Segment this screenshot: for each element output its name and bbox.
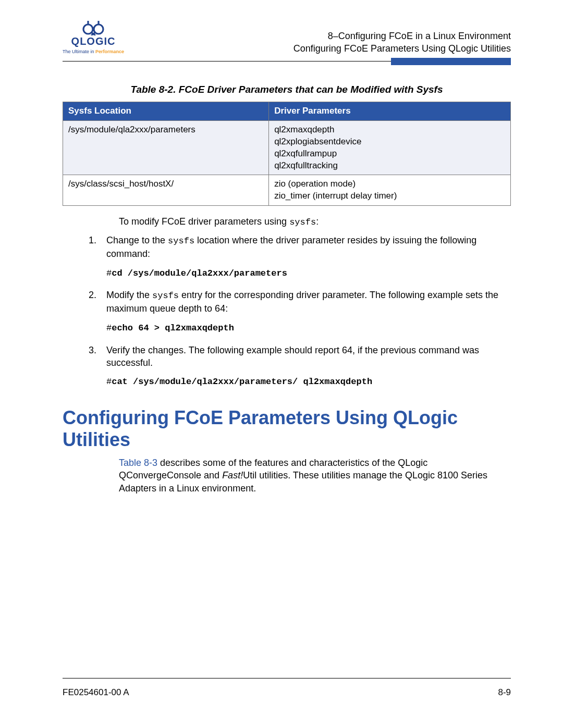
header-accent-bar (391, 58, 511, 65)
command-cat: #cat /sys/module/qla2xxx/parameters/ ql2… (106, 376, 511, 388)
cell-driver-params: ql2xmaxqdepth ql2xplogiabsentdevice ql2x… (269, 120, 511, 175)
table-row: /sys/class/scsi_host/hostX/ zio (operati… (63, 175, 511, 206)
col-header-params: Driver Parameters (269, 102, 511, 120)
logo-tagline: The Ultimate in Performance (63, 48, 124, 55)
step-item: Modify the sysfs entry for the correspon… (99, 289, 511, 334)
parameters-table: Sysfs Location Driver Parameters /sys/mo… (63, 102, 511, 206)
table-row: /sys/module/qla2xxx/parameters ql2xmaxqd… (63, 120, 511, 175)
header-section: Configuring FCoE Parameters Using QLogic… (293, 42, 511, 55)
section-body: Table 8-3 describes some of the features… (119, 456, 511, 495)
qlogic-logo-icon (78, 21, 109, 35)
table-8-3-link[interactable]: Table 8-3 (119, 458, 157, 468)
header-chapter: 8–Configuring FCoE in a Linux Environmen… (293, 30, 511, 42)
command-echo: #echo 64 > ql2xmaxqdepth (106, 323, 511, 335)
section-heading: Configuring FCoE Parameters Using QLogic… (63, 407, 511, 450)
header-breadcrumb: 8–Configuring FCoE in a Linux Environmen… (293, 30, 511, 55)
intro-text: To modify FCoE driver parameters using s… (119, 215, 511, 229)
col-header-sysfs: Sysfs Location (63, 102, 269, 120)
page-header: QLOGIC The Ultimate in Performance 8–Con… (63, 21, 511, 55)
qlogic-logo: QLOGIC The Ultimate in Performance (63, 21, 124, 55)
doc-id: FE0254601-00 A (63, 687, 129, 699)
command-cd: #cd /sys/module/qla2xxx/parameters (106, 268, 511, 280)
page-number: 8-9 (498, 687, 511, 699)
steps-list: Change to the sysfs location where the d… (63, 234, 511, 388)
cell-driver-params: zio (operation mode) zio_timer (interrup… (269, 175, 511, 206)
logo-brand-text: QLOGIC (71, 34, 116, 48)
page-footer: FE0254601-00 A 8-9 (63, 678, 511, 699)
step-item: Verify the changes. The following exampl… (99, 344, 511, 389)
cell-sysfs-location: /sys/class/scsi_host/hostX/ (63, 175, 269, 206)
step-item: Change to the sysfs location where the d… (99, 234, 511, 279)
cell-sysfs-location: /sys/module/qla2xxx/parameters (63, 120, 269, 175)
header-rule (63, 58, 511, 65)
table-caption: Table 8-2. FCoE Driver Parameters that c… (63, 83, 511, 96)
